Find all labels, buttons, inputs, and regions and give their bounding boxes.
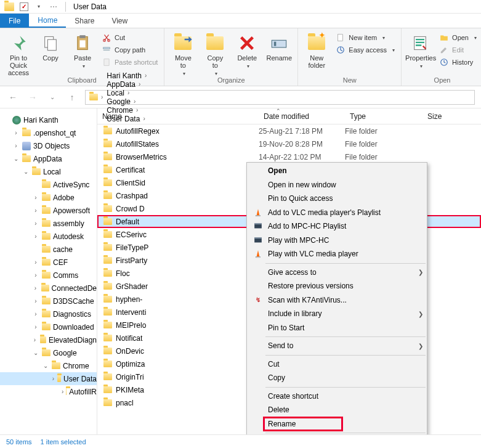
- group-open: Properties▾ Open▾ Edit History Open: [402, 28, 481, 86]
- open-button[interactable]: Open▾: [437, 32, 479, 43]
- folder-icon: [103, 166, 112, 173]
- tab-file[interactable]: File: [0, 14, 29, 28]
- edit-icon: [440, 46, 448, 54]
- col-header-size[interactable]: Size: [422, 112, 481, 121]
- context-menu-separator: [265, 355, 426, 356]
- tree-item[interactable]: Hari Kanth: [0, 113, 97, 126]
- col-header-name[interactable]: Name: [97, 112, 259, 121]
- svg-rect-7: [103, 47, 110, 49]
- context-menu-item[interactable]: Include in library❯: [247, 307, 427, 321]
- tree-item[interactable]: ›Adobe: [0, 191, 97, 204]
- move-to-button[interactable]: Move to▾: [168, 31, 198, 76]
- tree-item[interactable]: ›ConnectedDe: [0, 282, 97, 295]
- context-menu-item[interactable]: Open: [247, 164, 427, 178]
- tree-item[interactable]: ›D3DSCache: [0, 295, 97, 307]
- context-menu-item[interactable]: Give access to❯: [247, 266, 427, 280]
- copy-to-button[interactable]: Copy to▾: [200, 31, 230, 76]
- context-menu-item[interactable]: Add to MPC-HC Playlist: [247, 219, 427, 234]
- tree-item[interactable]: ›ElevatedDiagn: [0, 333, 97, 346]
- tree-item[interactable]: ›User Data: [0, 372, 97, 385]
- properties-button[interactable]: Properties▾: [405, 31, 435, 69]
- context-menu-item[interactable]: Rename: [247, 417, 427, 431]
- breadcrumb-segment[interactable]: Local›: [105, 89, 149, 97]
- copy-icon: [42, 35, 59, 52]
- cut-button[interactable]: Cut: [100, 32, 160, 43]
- paste-button[interactable]: Paste▾: [68, 31, 97, 69]
- breadcrumb[interactable]: › Hari Kanth›AppData›Local›Google›Chrome…: [85, 90, 475, 105]
- col-header-date[interactable]: Date modified: [259, 112, 345, 121]
- table-row[interactable]: AutofillStates19-Nov-20 8:28 PMFile fold…: [97, 137, 481, 150]
- list-header[interactable]: Name ⌃ Date modified Type Size: [97, 108, 481, 124]
- tree-item[interactable]: ⌄Chrome: [0, 359, 97, 372]
- context-menu-item[interactable]: Delete: [247, 403, 427, 417]
- pin-to-quick-access-button[interactable]: Pin to Quick access: [4, 31, 33, 76]
- table-row[interactable]: BrowserMetrics14-Apr-22 1:02 PMFile fold…: [97, 150, 481, 163]
- context-menu-item[interactable]: Send to❯: [247, 339, 427, 353]
- context-menu-item[interactable]: Open in new window: [247, 178, 427, 192]
- tree-item[interactable]: ⌄Google: [0, 346, 97, 359]
- breadcrumb-segment[interactable]: Hari Kanth›: [105, 71, 149, 80]
- status-bar: 50 items 1 item selected: [0, 434, 481, 448]
- tree-item[interactable]: ›assembly: [0, 217, 97, 230]
- easy-access-icon: [336, 46, 345, 54]
- copy-button[interactable]: Copy: [36, 31, 65, 62]
- breadcrumb-segment[interactable]: AppData›: [105, 80, 149, 89]
- tree-item[interactable]: ⌄Local: [0, 165, 97, 178]
- tab-share[interactable]: Share: [66, 14, 103, 28]
- qat-checkbox-icon[interactable]: ✓: [18, 1, 30, 12]
- svg-rect-4: [79, 40, 85, 47]
- tree-item[interactable]: ›3D Objects: [0, 139, 97, 152]
- open-icon: [440, 33, 448, 42]
- context-menu-item[interactable]: Play with VLC media player: [247, 247, 427, 261]
- context-menu-item[interactable]: Cut: [247, 357, 427, 372]
- qat-dropdown-icon[interactable]: ▾: [33, 1, 44, 12]
- new-folder-button[interactable]: ✦New folder: [302, 31, 331, 69]
- status-selection-count: 1 item selected: [41, 438, 86, 446]
- folder-icon: [103, 270, 112, 277]
- context-menu-item[interactable]: Restore previous versions: [247, 279, 427, 293]
- tree-item[interactable]: ›Autodesk: [0, 230, 97, 243]
- paste-shortcut-icon: [102, 58, 111, 67]
- context-menu-item[interactable]: Create shortcut: [247, 389, 427, 404]
- tree-item[interactable]: ›.openshot_qt: [0, 126, 97, 139]
- recent-dropdown[interactable]: ⌄: [46, 91, 59, 104]
- context-menu-item[interactable]: Pin to Quick access: [247, 192, 427, 206]
- tree-item[interactable]: ›Downloaded: [0, 320, 97, 333]
- folder-icon: [103, 386, 112, 393]
- back-button[interactable]: ←: [6, 91, 20, 104]
- paste-shortcut-button[interactable]: Paste shortcut: [100, 57, 160, 68]
- up-button[interactable]: ↑: [65, 91, 79, 104]
- col-header-type[interactable]: Type: [345, 112, 422, 121]
- edit-button[interactable]: Edit: [437, 44, 479, 55]
- tab-view[interactable]: View: [103, 14, 136, 28]
- tree-item[interactable]: ›CEF: [0, 256, 97, 269]
- history-button[interactable]: History: [437, 57, 479, 68]
- breadcrumb-segment[interactable]: Google›: [105, 97, 149, 106]
- tree-item[interactable]: ›Comms: [0, 269, 97, 282]
- context-menu-item[interactable]: Copy: [247, 371, 427, 385]
- svg-rect-22: [256, 215, 261, 216]
- tree-item[interactable]: ›Diagnostics: [0, 307, 97, 320]
- rename-button[interactable]: Rename: [264, 31, 294, 62]
- breadcrumb-root-icon[interactable]: ›: [88, 94, 105, 100]
- folder-icon: [103, 179, 112, 186]
- tree-item[interactable]: ActiveSync: [0, 178, 97, 191]
- tree-item[interactable]: ⌄AppData: [0, 152, 97, 165]
- easy-access-button[interactable]: Easy access▾: [334, 44, 397, 55]
- nav-tree[interactable]: Hari Kanth›.openshot_qt›3D Objects⌄AppDa…: [0, 108, 97, 434]
- table-row[interactable]: AutofillRegex25-Aug-21 7:18 PMFile folde…: [97, 124, 481, 137]
- tree-item[interactable]: ›Apowersoft: [0, 204, 97, 217]
- tree-item[interactable]: cache: [0, 243, 97, 256]
- new-item-button[interactable]: New item▾: [334, 32, 397, 43]
- tree-item[interactable]: ›AutofillR: [0, 385, 97, 398]
- context-menu-item[interactable]: ↯Scan with K7AntiVirus...: [247, 293, 427, 307]
- delete-button[interactable]: Delete▾: [232, 31, 262, 69]
- context-menu-item[interactable]: Play with MPC-HC: [247, 234, 427, 248]
- forward-button[interactable]: →: [26, 91, 39, 104]
- group-label-organize: Organize: [168, 76, 294, 86]
- copy-path-button[interactable]: Copy path: [100, 44, 160, 55]
- tab-home[interactable]: Home: [29, 14, 66, 28]
- qat-overflow-icon[interactable]: ⋯: [48, 1, 59, 12]
- context-menu-item[interactable]: Add to VLC media player's Playlist: [247, 206, 427, 220]
- context-menu-item[interactable]: Pin to Start: [247, 321, 427, 335]
